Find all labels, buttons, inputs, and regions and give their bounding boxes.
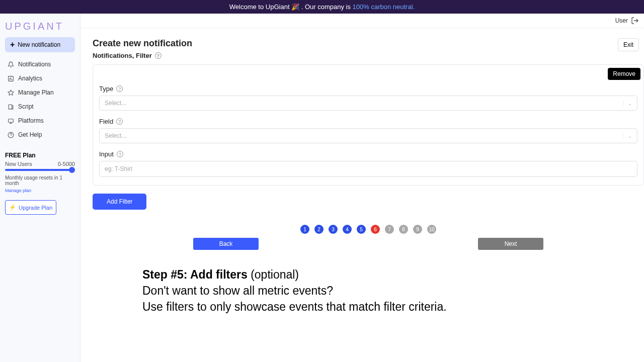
plan-title: FREE Plan [5, 152, 75, 159]
logout-icon[interactable] [631, 17, 639, 25]
help-circle-icon[interactable]: ? [116, 118, 123, 125]
instruction-overlay: Step #5: Add filters (optional) Don't wa… [142, 266, 447, 315]
step-6[interactable]: 6 [371, 225, 380, 234]
overlay-line3: Use filters to only showcase events that… [142, 299, 447, 315]
field-placeholder: Select... [105, 132, 126, 139]
chart-icon [7, 75, 14, 82]
step-5[interactable]: 5 [357, 225, 366, 234]
type-label-text: Type [99, 85, 113, 93]
svg-rect-2 [8, 119, 13, 122]
plan-metric-range: 0-5000 [58, 161, 75, 167]
help-circle-icon[interactable]: ? [155, 52, 162, 59]
user-bar: User [80, 14, 644, 28]
step-8[interactable]: 8 [399, 225, 408, 234]
help-icon [7, 131, 14, 138]
plan-reset-note: Monthly usage resets in 1 month [5, 175, 75, 186]
sidebar-item-get-help[interactable]: Get Help [5, 128, 75, 142]
platforms-icon [7, 117, 14, 124]
chevron-down-icon: ⌄ [623, 101, 632, 106]
type-placeholder: Select... [105, 100, 126, 107]
input-label: Input ? [99, 150, 637, 158]
bell-icon [7, 61, 14, 68]
next-button[interactable]: Next [478, 238, 543, 250]
sidebar: UPGIANT + New notification Notifications… [0, 14, 80, 362]
sidebar-item-label: Platforms [18, 117, 44, 124]
star-icon [7, 89, 14, 96]
step-indicator: 12345678910 [93, 225, 644, 234]
sidebar-item-label: Get Help [18, 131, 42, 138]
input-label-text: Input [99, 150, 114, 158]
sidebar-item-label: Analytics [18, 75, 42, 82]
sidebar-item-label: Manage Plan [18, 89, 54, 96]
logo: UPGIANT [5, 19, 75, 37]
sidebar-item-analytics[interactable]: Analytics [5, 71, 75, 85]
new-notification-button[interactable]: + New notification [5, 37, 75, 52]
new-notification-label: New notification [18, 41, 60, 48]
upgrade-label: Upgrade Plan [19, 205, 52, 211]
step-4[interactable]: 4 [343, 225, 352, 234]
type-label: Type ? [99, 85, 637, 93]
subtitle-text: Notifications, Filter [93, 52, 152, 59]
page-title: Create new notification [93, 38, 192, 49]
field-label: Field ? [99, 118, 637, 125]
add-filter-button[interactable]: Add Filter [93, 194, 146, 210]
type-select[interactable]: Select... ⌄ [99, 96, 637, 111]
sidebar-item-label: Notifications [18, 61, 51, 68]
plus-icon: + [10, 41, 15, 49]
banner-link[interactable]: 100% carbon neutral. [353, 3, 415, 11]
svg-marker-1 [8, 90, 14, 95]
step-2[interactable]: 2 [314, 225, 324, 234]
step-1[interactable]: 1 [300, 225, 309, 234]
overlay-bold: Step #5: Add filters [142, 268, 248, 281]
usage-slider[interactable] [5, 169, 75, 171]
step-9[interactable]: 9 [413, 225, 422, 234]
help-circle-icon[interactable]: ? [116, 85, 123, 92]
back-button[interactable]: Back [193, 238, 259, 250]
chevron-down-icon: ⌄ [623, 133, 632, 139]
upgrade-plan-button[interactable]: ⚡ Upgrade Plan [5, 200, 56, 215]
plan-box: FREE Plan New Users 0-5000 Monthly usage… [5, 152, 75, 215]
sidebar-item-label: Script [18, 103, 34, 110]
field-label-text: Field [99, 118, 113, 125]
overlay-rest: (optional) [248, 268, 299, 281]
help-circle-icon[interactable]: ? [117, 151, 123, 157]
overlay-line2: Don't want to show all metric events? [142, 283, 447, 299]
sidebar-item-script[interactable]: Script [5, 100, 75, 114]
user-label: User [615, 17, 628, 24]
step-10[interactable]: 10 [427, 225, 436, 234]
bolt-icon: ⚡ [9, 204, 16, 211]
sidebar-item-notifications[interactable]: Notifications [5, 57, 75, 71]
filter-card: Remove Type ? Select... ⌄ Field ? [93, 64, 644, 186]
filter-input[interactable] [99, 161, 637, 177]
manage-plan-link[interactable]: Manage plan [5, 188, 75, 193]
banner-text: Welcome to UpGiant 🎉 . Our company is [229, 3, 353, 11]
slider-thumb[interactable] [69, 167, 75, 173]
top-banner: Welcome to UpGiant 🎉 . Our company is 10… [0, 0, 644, 14]
script-icon [7, 103, 14, 110]
exit-button[interactable]: Exit [618, 38, 639, 51]
remove-button[interactable]: Remove [608, 68, 640, 80]
page-subtitle: Notifications, Filter ? [93, 52, 192, 59]
step-3[interactable]: 3 [329, 225, 338, 234]
step-7[interactable]: 7 [385, 225, 394, 234]
plan-metric-label: New Users [5, 161, 32, 167]
sidebar-item-platforms[interactable]: Platforms [5, 114, 75, 128]
field-select[interactable]: Select... ⌄ [99, 128, 637, 143]
sidebar-item-manage-plan[interactable]: Manage Plan [5, 85, 75, 100]
